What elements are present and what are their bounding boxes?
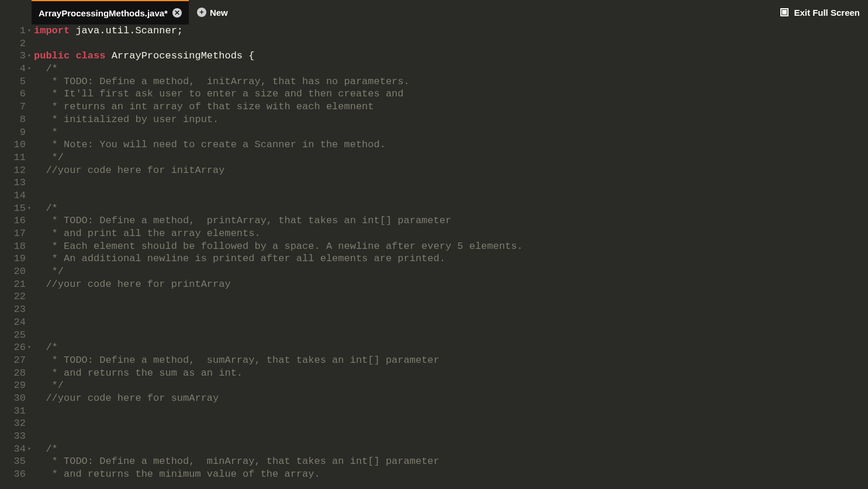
close-tab-icon[interactable]: ✕: [172, 8, 182, 18]
line-number: 17: [0, 227, 26, 240]
line-number: 33: [0, 430, 26, 443]
code-line: /*: [34, 202, 868, 215]
line-number: 36: [0, 468, 26, 481]
line-number: 28: [0, 367, 26, 380]
code-line: //your code here for sumArray: [34, 392, 868, 405]
code-line: /*: [34, 341, 868, 354]
code-editor[interactable]: 1234567891011121314151617181920212223242…: [0, 25, 868, 489]
line-number: 18: [0, 240, 26, 253]
line-number: 6: [0, 88, 26, 100]
line-number: 35: [0, 455, 26, 468]
code-line: [34, 290, 868, 303]
new-tab-label: New: [210, 8, 228, 18]
code-line: [34, 176, 868, 189]
line-number: 4: [0, 63, 26, 75]
new-tab-button[interactable]: + New: [189, 0, 236, 25]
code-line: * TODO: Define a method, initArray, that…: [34, 75, 868, 88]
line-number: 22: [0, 290, 26, 303]
line-number: 29: [0, 379, 26, 392]
line-number-gutter: 1234567891011121314151617181920212223242…: [0, 25, 32, 489]
code-line: /*: [34, 63, 868, 75]
line-number: 15: [0, 202, 26, 215]
line-number: 25: [0, 329, 26, 342]
code-line: import java.util.Scanner;: [34, 25, 868, 37]
code-line: * It'll first ask user to enter a size a…: [34, 88, 868, 100]
code-line: //your code here for printArray: [34, 278, 868, 291]
code-line: /*: [34, 443, 868, 456]
line-number: 10: [0, 138, 26, 151]
line-number: 8: [0, 113, 26, 126]
line-number: 27: [0, 354, 26, 367]
line-number: 1: [0, 25, 26, 37]
file-tab[interactable]: ArrayProcessingMethods.java* ✕: [32, 0, 189, 25]
code-line: public class ArrayProcessingMethods {: [34, 50, 868, 63]
code-line: [34, 303, 868, 316]
code-line: * TODO: Define a method, minArray, that …: [34, 455, 868, 468]
line-number: 30: [0, 392, 26, 405]
line-number: 31: [0, 405, 26, 418]
code-line: */: [34, 151, 868, 164]
line-number: 21: [0, 278, 26, 291]
code-line: [34, 189, 868, 202]
code-line: * Note: You will need to create a Scanne…: [34, 138, 868, 151]
exit-fullscreen-button[interactable]: Exit Full Screen: [772, 0, 868, 25]
code-line: [34, 405, 868, 418]
code-line: * and returns the sum as an int.: [34, 367, 868, 380]
line-number: 9: [0, 126, 26, 139]
line-number: 34: [0, 443, 26, 456]
code-line: * and returns the minimum value of the a…: [34, 468, 868, 481]
code-area[interactable]: import java.util.Scanner;public class Ar…: [32, 25, 868, 489]
code-line: * initialized by user input.: [34, 113, 868, 126]
code-line: */: [34, 265, 868, 278]
code-line: [34, 316, 868, 329]
fullscreen-exit-icon: [780, 8, 789, 17]
line-number: 3: [0, 50, 26, 63]
code-line: [34, 417, 868, 430]
code-line: * and print all the array elements.: [34, 227, 868, 240]
plus-icon: +: [197, 8, 206, 17]
line-number: 26: [0, 341, 26, 354]
code-line: [34, 430, 868, 443]
code-line: * returns an int array of that size with…: [34, 100, 868, 113]
gutter-spacer: [0, 0, 32, 25]
code-line: //your code here for initArray: [34, 164, 868, 177]
code-line: */: [34, 379, 868, 392]
code-line: * Each element should be followed by a s…: [34, 240, 868, 253]
code-line: * An additional newline is printed after…: [34, 252, 868, 265]
line-number: 19: [0, 252, 26, 265]
code-line: [34, 329, 868, 342]
line-number: 14: [0, 189, 26, 202]
exit-fullscreen-label: Exit Full Screen: [794, 8, 860, 18]
line-number: 13: [0, 176, 26, 189]
line-number: 32: [0, 417, 26, 430]
line-number: 20: [0, 265, 26, 278]
line-number: 12: [0, 164, 26, 177]
topbar: ArrayProcessingMethods.java* ✕ + New Exi…: [0, 0, 868, 25]
line-number: 2: [0, 37, 26, 50]
code-line: * TODO: Define a method, printArray, tha…: [34, 214, 868, 227]
line-number: 16: [0, 214, 26, 227]
file-tab-title: ArrayProcessingMethods.java*: [39, 8, 168, 18]
code-line: * TODO: Define a method, sumArray, that …: [34, 354, 868, 367]
line-number: 5: [0, 75, 26, 88]
line-number: 7: [0, 100, 26, 113]
svg-rect-1: [783, 11, 786, 14]
line-number: 23: [0, 303, 26, 316]
code-line: *: [34, 126, 868, 139]
line-number: 24: [0, 316, 26, 329]
code-line: [34, 37, 868, 50]
line-number: 11: [0, 151, 26, 164]
